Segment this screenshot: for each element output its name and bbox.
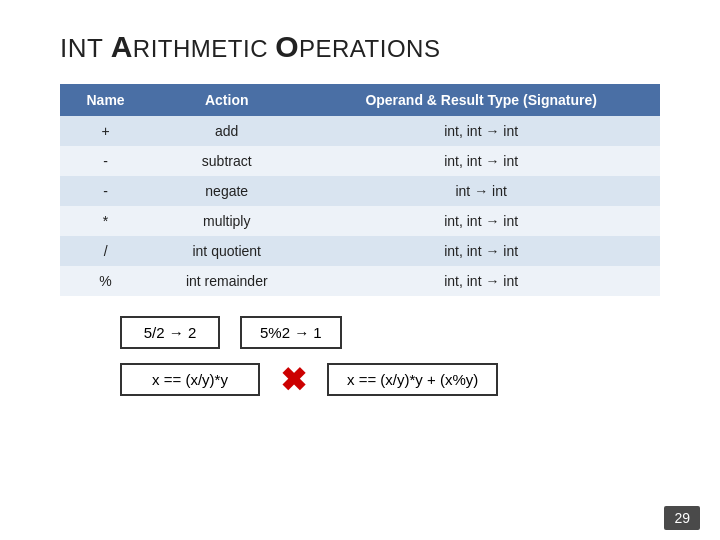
example-div-result: 5/2 → 2	[120, 316, 220, 349]
cell-signature: int, int → int	[302, 236, 660, 266]
page-number: 29	[664, 506, 700, 530]
cross-icon: ✖	[280, 364, 307, 396]
equation-right: x == (x/y)*y + (x%y)	[327, 363, 498, 396]
title-a: A	[111, 30, 133, 63]
example-row-2: x == (x/y)*y ✖ x == (x/y)*y + (x%y)	[120, 363, 660, 396]
cell-action: subtract	[151, 146, 302, 176]
equation-left: x == (x/y)*y	[120, 363, 260, 396]
cell-signature: int, int → int	[302, 116, 660, 146]
example-row-1: 5/2 → 2 5%2 → 1	[120, 316, 660, 349]
cell-signature: int, int → int	[302, 266, 660, 296]
cell-signature: int → int	[302, 176, 660, 206]
bottom-section: 5/2 → 2 5%2 → 1 x == (x/y)*y ✖ x == (x/y…	[60, 316, 660, 396]
page-container: INT ARITHMETIC OPERATIONS Name Action Op…	[0, 0, 720, 540]
cell-signature: int, int → int	[302, 206, 660, 236]
table-header-row: Name Action Operand & Result Type (Signa…	[60, 84, 660, 116]
cell-action: int remainder	[151, 266, 302, 296]
operations-table: Name Action Operand & Result Type (Signa…	[60, 84, 660, 296]
cell-name: *	[60, 206, 151, 236]
cell-name: %	[60, 266, 151, 296]
col-header-action: Action	[151, 84, 302, 116]
title-o: O	[275, 30, 299, 63]
table-row: / int quotient int, int → int	[60, 236, 660, 266]
cell-action: multiply	[151, 206, 302, 236]
table-row: - negate int → int	[60, 176, 660, 206]
title-perations: PERATIONS	[299, 35, 440, 62]
cell-name: -	[60, 146, 151, 176]
title-int: INT	[60, 33, 111, 63]
table-row: % int remainder int, int → int	[60, 266, 660, 296]
table-row: + add int, int → int	[60, 116, 660, 146]
table-row: * multiply int, int → int	[60, 206, 660, 236]
example-mod-result: 5%2 → 1	[240, 316, 342, 349]
col-header-signature: Operand & Result Type (Signature)	[302, 84, 660, 116]
cell-action: negate	[151, 176, 302, 206]
page-title: INT ARITHMETIC OPERATIONS	[60, 30, 660, 64]
cell-name: /	[60, 236, 151, 266]
cell-name: -	[60, 176, 151, 206]
cell-action: add	[151, 116, 302, 146]
cell-action: int quotient	[151, 236, 302, 266]
table-row: - subtract int, int → int	[60, 146, 660, 176]
col-header-name: Name	[60, 84, 151, 116]
cell-signature: int, int → int	[302, 146, 660, 176]
cell-name: +	[60, 116, 151, 146]
title-rithmetic: RITHMETIC	[133, 35, 275, 62]
